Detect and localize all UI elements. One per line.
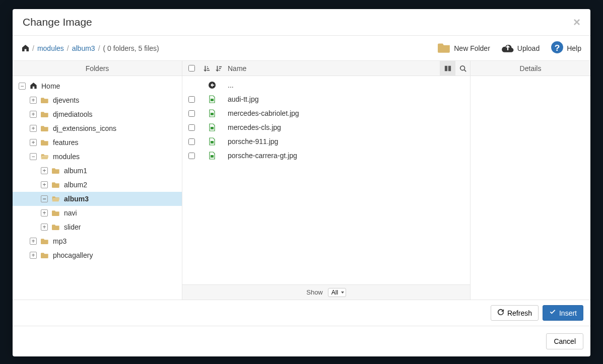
tree-node-album2[interactable]: +album2	[13, 178, 182, 192]
folder-icon	[41, 139, 49, 146]
show-label: Show	[306, 288, 323, 296]
image-file-icon	[200, 152, 224, 160]
expand-icon[interactable]: +	[30, 252, 37, 259]
page-size-select[interactable]: All	[328, 288, 346, 297]
name-column-header[interactable]: Name	[225, 64, 246, 72]
tree-node-label: djevents	[53, 96, 79, 104]
expand-icon[interactable]: +	[41, 167, 48, 174]
file-name: mercedes-cls.jpg	[224, 123, 281, 131]
tree-node-dj_extensions_icons[interactable]: +dj_extensions_icons	[13, 121, 182, 135]
expand-icon[interactable]: +	[30, 139, 37, 146]
tree-node-label: album3	[64, 195, 89, 203]
folders-column-header: Folders	[13, 61, 182, 76]
tree-node-label: album1	[64, 167, 87, 175]
parent-folder-row[interactable]: ...	[182, 78, 470, 92]
file-row[interactable]: mercedes-cabriolet.jpg	[182, 106, 470, 120]
svg-rect-9	[211, 127, 214, 129]
image-file-icon	[200, 123, 224, 131]
image-file-icon	[200, 137, 224, 145]
tree-node-djevents[interactable]: +djevents	[13, 93, 182, 107]
folder-icon	[52, 224, 60, 231]
svg-rect-10	[211, 141, 214, 143]
file-row[interactable]: porsche-carrera-gt.jpg	[182, 149, 470, 163]
insert-button[interactable]: Insert	[543, 305, 583, 321]
help-icon: ?	[551, 41, 564, 55]
sort-name-button[interactable]	[213, 65, 225, 72]
tree-node-label: features	[53, 138, 79, 147]
file-row[interactable]: mercedes-cls.jpg	[182, 120, 470, 134]
file-name: porsche-carrera-gt.jpg	[224, 152, 297, 160]
expand-icon[interactable]: +	[41, 181, 48, 188]
file-checkbox[interactable]	[188, 138, 195, 145]
expand-icon[interactable]: +	[30, 125, 37, 132]
file-name: mercedes-cabriolet.jpg	[224, 109, 299, 117]
cancel-button[interactable]: Cancel	[546, 333, 583, 349]
folder-icon	[41, 111, 49, 118]
expand-icon[interactable]: +	[30, 238, 37, 245]
file-row[interactable]: porsche-911.jpg	[182, 134, 470, 149]
tree-node-phocagallery[interactable]: +phocagallery	[13, 248, 182, 262]
tree-node-label: phocagallery	[53, 251, 93, 259]
help-button[interactable]: ? Help	[551, 41, 581, 55]
expand-icon[interactable]: +	[30, 97, 37, 104]
breadcrumb: / modules / album3 / ( 0 folders, 5 file…	[22, 44, 159, 52]
folder-icon	[41, 97, 49, 104]
tree-node-label: album2	[64, 181, 87, 189]
tree-node-features[interactable]: +features	[13, 135, 182, 150]
tree-node-album1[interactable]: +album1	[13, 164, 182, 178]
svg-rect-7	[211, 99, 214, 101]
select-all-checkbox[interactable]	[188, 65, 195, 71]
image-file-icon	[200, 95, 224, 103]
tree-node-mp3[interactable]: +mp3	[13, 234, 182, 248]
column-headers: Folders Name Details	[13, 61, 590, 76]
tree-node-slider[interactable]: +slider	[13, 220, 182, 234]
check-icon	[549, 309, 556, 317]
tree-node-modules[interactable]: −modules	[13, 150, 182, 164]
expand-icon[interactable]: +	[41, 224, 48, 231]
folder-icon	[438, 41, 451, 55]
file-checkbox[interactable]	[188, 96, 195, 103]
tree-node-label: modules	[53, 153, 80, 161]
svg-text:?: ?	[555, 43, 560, 53]
breadcrumb-album3[interactable]: album3	[72, 44, 95, 52]
upload-button[interactable]: Upload	[501, 41, 540, 55]
tree-home[interactable]: − Home	[13, 79, 182, 93]
folder-icon	[41, 252, 49, 259]
file-checkbox[interactable]	[188, 110, 195, 117]
expand-icon[interactable]: +	[41, 209, 48, 216]
tree-node-djmediatools[interactable]: +djmediatools	[13, 107, 182, 121]
collapse-icon[interactable]: −	[41, 195, 48, 202]
toolbar: / modules / album3 / ( 0 folders, 5 file…	[13, 36, 590, 61]
breadcrumb-modules[interactable]: modules	[37, 44, 64, 52]
modal-title: Change Image	[23, 16, 92, 28]
tree-node-navi[interactable]: +navi	[13, 206, 182, 220]
file-name: audi-tt.jpg	[224, 95, 258, 103]
sort-ext-button[interactable]	[200, 65, 213, 72]
back-icon	[200, 81, 224, 89]
folder-icon	[52, 181, 60, 188]
tree-node-album3[interactable]: −album3	[13, 192, 182, 206]
refresh-button[interactable]: Refresh	[491, 305, 539, 321]
breadcrumb-stat: ( 0 folders, 5 files)	[103, 44, 159, 52]
svg-line-5	[464, 69, 466, 71]
collapse-icon[interactable]: −	[19, 83, 26, 90]
file-checkbox[interactable]	[188, 124, 195, 131]
tree-node-label: slider	[64, 223, 81, 231]
tree-node-label: navi	[64, 209, 77, 217]
upload-icon	[501, 41, 514, 55]
file-row[interactable]: audi-tt.jpg	[182, 92, 470, 106]
collapse-icon[interactable]: −	[30, 153, 37, 160]
home-icon	[30, 82, 37, 91]
file-checkbox[interactable]	[188, 153, 195, 159]
modal-header: Change Image ×	[13, 9, 590, 36]
close-button[interactable]: ×	[573, 15, 580, 29]
view-columns-button[interactable]	[440, 61, 455, 76]
expand-icon[interactable]: +	[30, 111, 37, 118]
search-button[interactable]	[455, 61, 470, 76]
svg-point-4	[460, 65, 464, 70]
svg-rect-3	[448, 65, 450, 71]
pagination-bar: Show All	[182, 284, 470, 300]
folder-icon	[41, 153, 49, 160]
home-icon[interactable]	[22, 44, 29, 52]
new-folder-button[interactable]: New Folder	[438, 41, 490, 55]
